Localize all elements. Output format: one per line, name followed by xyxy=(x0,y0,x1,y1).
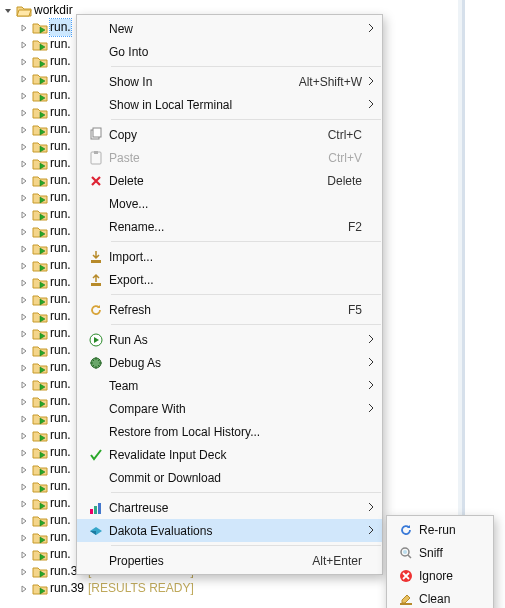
menu-item-export[interactable]: Export... xyxy=(77,268,382,291)
menu-item-import[interactable]: Import... xyxy=(77,245,382,268)
menu-item-label: Move... xyxy=(109,197,362,211)
menu-item-hotkey: Alt+Shift+W xyxy=(299,75,362,89)
menu-item-label: Export... xyxy=(109,273,362,287)
run-folder-icon xyxy=(32,395,48,409)
menu-item-refresh[interactable]: RefreshF5 xyxy=(77,298,382,321)
menu-item-paste[interactable]: PasteCtrl+V xyxy=(77,146,382,169)
submenu-item-sniff[interactable]: Sniff xyxy=(387,541,493,564)
tree-item-label: run. xyxy=(50,427,71,444)
menu-separator xyxy=(111,66,381,67)
tree-item-label: run. xyxy=(50,495,71,512)
context-menu[interactable]: NewGo IntoShow InAlt+Shift+WShow in Loca… xyxy=(76,14,383,575)
tree-item-label: run. xyxy=(50,53,71,70)
submenu-arrow-icon xyxy=(362,501,374,515)
submenu-arrow-icon xyxy=(362,22,374,36)
menu-item-rename[interactable]: Rename...F2 xyxy=(77,215,382,238)
run-folder-icon xyxy=(32,89,48,103)
svg-rect-9 xyxy=(94,506,97,514)
chart-icon xyxy=(83,500,109,516)
menu-item-hotkey: F5 xyxy=(348,303,362,317)
caret-right-icon xyxy=(18,532,30,544)
tree-item-label: run. xyxy=(50,240,71,257)
menu-item-label: Show in Local Terminal xyxy=(109,98,362,112)
svg-rect-1 xyxy=(93,128,101,137)
tree-item-label: run. xyxy=(50,461,71,478)
menu-item-copy[interactable]: CopyCtrl+C xyxy=(77,123,382,146)
paste-icon xyxy=(83,150,109,166)
menu-item-commit[interactable]: Commit or Download xyxy=(77,466,382,489)
caret-right-icon xyxy=(18,294,30,306)
tree-item-status: [RESULTS READY] xyxy=(88,580,194,597)
menu-item-label: Show In xyxy=(109,75,291,89)
menu-item-restore[interactable]: Restore from Local History... xyxy=(77,420,382,443)
menu-item-label: Restore from Local History... xyxy=(109,425,362,439)
caret-right-icon xyxy=(18,583,30,595)
caret-right-icon xyxy=(18,566,30,578)
submenu-item-ignore[interactable]: Ignore xyxy=(387,564,493,587)
run-folder-icon xyxy=(32,361,48,375)
caret-right-icon xyxy=(18,277,30,289)
submenu-item-label: Re-run xyxy=(419,523,485,537)
tree-item-label: run. xyxy=(50,257,71,274)
run-folder-icon xyxy=(32,157,48,171)
run-folder-icon xyxy=(32,276,48,290)
tree-item-label: run. xyxy=(50,223,71,240)
tree-item-label: run. xyxy=(50,138,71,155)
menu-item-runas[interactable]: Run As xyxy=(77,328,382,351)
run-folder-icon xyxy=(32,72,48,86)
run-folder-icon xyxy=(32,242,48,256)
menu-item-chartreuse[interactable]: Chartreuse xyxy=(77,496,382,519)
tree-item-label: run. xyxy=(50,104,71,121)
submenu-item-clean[interactable]: Clean xyxy=(387,587,493,608)
debug-icon xyxy=(83,355,109,371)
tree-item-label: run. xyxy=(50,274,71,291)
run-folder-icon xyxy=(32,344,48,358)
submenu-item-rerun[interactable]: Re-run xyxy=(387,518,493,541)
tree-item-label: run. xyxy=(50,529,71,546)
menu-item-dakota[interactable]: Dakota Evaluations xyxy=(77,519,382,542)
menu-item-label: Debug As xyxy=(109,356,362,370)
tree-root-label: workdir xyxy=(34,2,73,19)
run-folder-icon xyxy=(32,106,48,120)
tree-item-label: run. xyxy=(50,308,71,325)
run-folder-icon xyxy=(32,582,48,596)
svg-rect-4 xyxy=(91,260,101,263)
caret-right-icon xyxy=(18,175,30,187)
import-icon xyxy=(83,249,109,265)
menu-item-debugas[interactable]: Debug As xyxy=(77,351,382,374)
menu-item-localterm[interactable]: Show in Local Terminal xyxy=(77,93,382,116)
menu-item-compare[interactable]: Compare With xyxy=(77,397,382,420)
run-folder-icon xyxy=(32,497,48,511)
check-icon xyxy=(83,447,109,463)
menu-item-props[interactable]: PropertiesAlt+Enter xyxy=(77,549,382,572)
menu-item-team[interactable]: Team xyxy=(77,374,382,397)
caret-right-icon xyxy=(18,73,30,85)
menu-item-move[interactable]: Move... xyxy=(77,192,382,215)
run-folder-icon xyxy=(32,225,48,239)
menu-item-label: Properties xyxy=(109,554,304,568)
run-folder-icon xyxy=(32,21,48,35)
tree-item-label: run. xyxy=(50,325,71,342)
dakota-submenu[interactable]: Re-runSniffIgnoreClean xyxy=(386,515,494,608)
tree-item-label: run. xyxy=(50,172,71,189)
caret-right-icon xyxy=(18,260,30,272)
menu-item-label: Rename... xyxy=(109,220,340,234)
menu-item-revalidate[interactable]: Revalidate Input Deck xyxy=(77,443,382,466)
caret-right-icon xyxy=(18,345,30,357)
submenu-arrow-icon xyxy=(362,402,374,416)
menu-item-delete[interactable]: DeleteDelete xyxy=(77,169,382,192)
caret-right-icon xyxy=(18,481,30,493)
tree-item-label: run. xyxy=(50,410,71,427)
rerun-icon xyxy=(393,522,419,538)
menu-item-gointo[interactable]: Go Into xyxy=(77,40,382,63)
run-folder-icon xyxy=(32,38,48,52)
menu-item-label: Compare With xyxy=(109,402,362,416)
svg-rect-8 xyxy=(90,509,93,514)
menu-item-label: Go Into xyxy=(109,45,362,59)
menu-item-new[interactable]: New xyxy=(77,17,382,40)
caret-right-icon xyxy=(18,39,30,51)
run-folder-icon xyxy=(32,55,48,69)
menu-item-hotkey: Ctrl+C xyxy=(328,128,362,142)
menu-item-showin[interactable]: Show InAlt+Shift+W xyxy=(77,70,382,93)
menu-separator xyxy=(111,492,381,493)
